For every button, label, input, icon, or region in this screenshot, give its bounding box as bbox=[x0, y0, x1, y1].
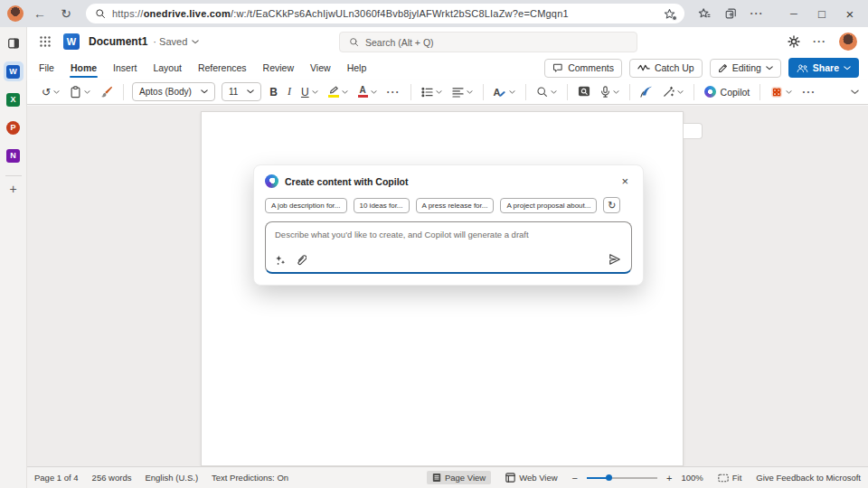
word-titlebar: W Document1 · Saved Search (Alt + Q) ··· bbox=[27, 27, 868, 56]
find-button[interactable] bbox=[534, 81, 559, 103]
zoom-level[interactable]: 100% bbox=[681, 473, 703, 483]
bullets-button[interactable] bbox=[420, 81, 444, 103]
dialog-close-button[interactable]: × bbox=[618, 174, 632, 189]
add-favorite-icon[interactable] bbox=[664, 8, 675, 20]
word-app-icon[interactable]: W bbox=[63, 33, 80, 50]
ribbon-toolbar: ↺ Aptos (Body) 11 B I U A ··· bbox=[27, 80, 868, 105]
feedback-link[interactable]: Give Feedback to Microsoft bbox=[756, 473, 861, 483]
titlebar-more-icon[interactable]: ··· bbox=[813, 35, 826, 48]
collections-icon[interactable] bbox=[721, 4, 741, 23]
fit-button[interactable]: Fit bbox=[712, 471, 748, 484]
browser-profile-avatar[interactable] bbox=[7, 5, 24, 22]
page-indicator[interactable]: Page 1 of 4 bbox=[34, 473, 79, 483]
sidebar-add-button[interactable]: + bbox=[9, 184, 16, 193]
minimize-button[interactable]: ─ bbox=[783, 3, 805, 24]
settings-gear-icon[interactable] bbox=[788, 35, 800, 48]
magic-wand-icon bbox=[663, 86, 675, 98]
ribbon-more-button[interactable]: ··· bbox=[800, 81, 817, 103]
copilot-prompt-input[interactable] bbox=[266, 222, 631, 253]
immersive-reader-button[interactable] bbox=[576, 81, 592, 103]
font-color-button[interactable]: A bbox=[356, 81, 379, 103]
zoom-out-button[interactable]: − bbox=[572, 473, 578, 483]
sidebar-item-word[interactable]: W bbox=[4, 61, 24, 81]
format-painter-button[interactable] bbox=[99, 81, 115, 103]
suggestion-chip[interactable]: 10 ideas for... bbox=[354, 198, 410, 213]
suggestion-chip[interactable]: A project proposal about... bbox=[500, 198, 597, 213]
catch-up-button[interactable]: Catch Up bbox=[629, 59, 703, 78]
font-size-select[interactable]: 11 bbox=[222, 82, 261, 101]
dictate-button[interactable] bbox=[599, 81, 621, 103]
search-box[interactable]: Search (Alt + Q) bbox=[339, 32, 637, 52]
refresh-suggestions-button[interactable]: ↻ bbox=[603, 197, 620, 213]
text-predictions-toggle[interactable]: Text Predictions: On bbox=[212, 473, 288, 483]
align-button[interactable] bbox=[450, 81, 475, 103]
menu-file[interactable]: File bbox=[31, 58, 62, 78]
suggestion-chip[interactable]: A job description for... bbox=[265, 198, 347, 213]
copilot-button[interactable]: Copilot bbox=[703, 81, 752, 103]
sidebar-item-onenote[interactable]: N bbox=[4, 145, 24, 165]
zoom-in-button[interactable]: + bbox=[666, 473, 672, 483]
more-font-options-button[interactable]: ··· bbox=[385, 81, 402, 103]
menu-help[interactable]: Help bbox=[339, 58, 375, 78]
back-button[interactable]: ← bbox=[30, 4, 50, 23]
document-title[interactable]: Document1 bbox=[89, 35, 147, 48]
bold-button[interactable]: B bbox=[268, 81, 279, 103]
chevron-down-icon bbox=[844, 66, 851, 70]
web-view-button[interactable]: Web View bbox=[500, 471, 562, 484]
url-bar[interactable]: https://onedrive.live.com/:w:/t/EaCKkPs6… bbox=[86, 4, 684, 23]
powerpoint-icon: P bbox=[6, 121, 20, 135]
app-launcher-icon[interactable] bbox=[40, 36, 51, 47]
italic-button[interactable]: I bbox=[286, 81, 293, 103]
browser-more-icon[interactable]: ··· bbox=[747, 4, 767, 23]
add-ins-button[interactable] bbox=[769, 81, 794, 103]
language-indicator[interactable]: English (U.S.) bbox=[145, 473, 198, 483]
menu-home[interactable]: Home bbox=[62, 58, 105, 78]
chevron-down-icon bbox=[766, 66, 773, 70]
menu-view[interactable]: View bbox=[302, 58, 339, 78]
sidebar-item-powerpoint[interactable]: P bbox=[4, 117, 24, 137]
styles-button[interactable]: A bbox=[492, 81, 517, 103]
search-placeholder: Search (Alt + Q) bbox=[365, 37, 434, 48]
font-name-select[interactable]: Aptos (Body) bbox=[132, 82, 215, 101]
page-view-button[interactable]: Page View bbox=[427, 471, 491, 484]
menu-layout[interactable]: Layout bbox=[145, 58, 190, 78]
sidebar-toggle-icon[interactable] bbox=[4, 33, 24, 53]
paste-button[interactable] bbox=[68, 81, 92, 103]
refresh-button[interactable]: ↻ bbox=[56, 4, 76, 23]
account-avatar[interactable] bbox=[839, 33, 857, 51]
undo-button[interactable]: ↺ bbox=[40, 81, 61, 103]
attach-icon[interactable] bbox=[296, 254, 307, 266]
ribbon-collapse-button[interactable] bbox=[851, 89, 859, 95]
editor-button[interactable] bbox=[638, 81, 655, 103]
sidebar-item-excel[interactable]: X bbox=[4, 89, 24, 109]
title-chevron-icon[interactable] bbox=[192, 40, 199, 44]
send-button[interactable] bbox=[609, 253, 621, 266]
close-button[interactable]: × bbox=[839, 3, 861, 24]
align-icon bbox=[452, 87, 464, 98]
menu-references[interactable]: References bbox=[190, 58, 255, 78]
editing-mode-button[interactable]: Editing bbox=[710, 59, 781, 78]
auto-format-button[interactable] bbox=[661, 81, 685, 103]
word-count[interactable]: 256 words bbox=[92, 473, 132, 483]
comment-margin-tab[interactable] bbox=[684, 123, 703, 139]
sidebar-divider bbox=[5, 175, 22, 176]
favorites-icon[interactable] bbox=[694, 4, 714, 23]
chevron-down-icon bbox=[551, 90, 557, 94]
clipboard-icon bbox=[70, 86, 81, 99]
underline-button[interactable]: U bbox=[299, 81, 320, 103]
comments-button[interactable]: Comments bbox=[544, 59, 622, 78]
prompt-ideas-icon[interactable] bbox=[275, 255, 286, 266]
save-status: · Saved bbox=[153, 36, 187, 47]
font-color-icon: A bbox=[358, 86, 368, 98]
zoom-slider-thumb[interactable] bbox=[606, 474, 612, 481]
menu-insert[interactable]: Insert bbox=[105, 58, 145, 78]
suggestion-chip[interactable]: A press release for... bbox=[416, 198, 495, 213]
search-icon bbox=[349, 37, 359, 47]
zoom-slider[interactable] bbox=[587, 474, 657, 483]
highlight-button[interactable] bbox=[326, 81, 350, 103]
highlighter-icon bbox=[328, 86, 339, 98]
pencil-icon bbox=[718, 63, 728, 73]
menu-review[interactable]: Review bbox=[255, 58, 302, 78]
share-button[interactable]: Share bbox=[788, 58, 859, 78]
maximize-button[interactable]: □ bbox=[811, 3, 833, 24]
